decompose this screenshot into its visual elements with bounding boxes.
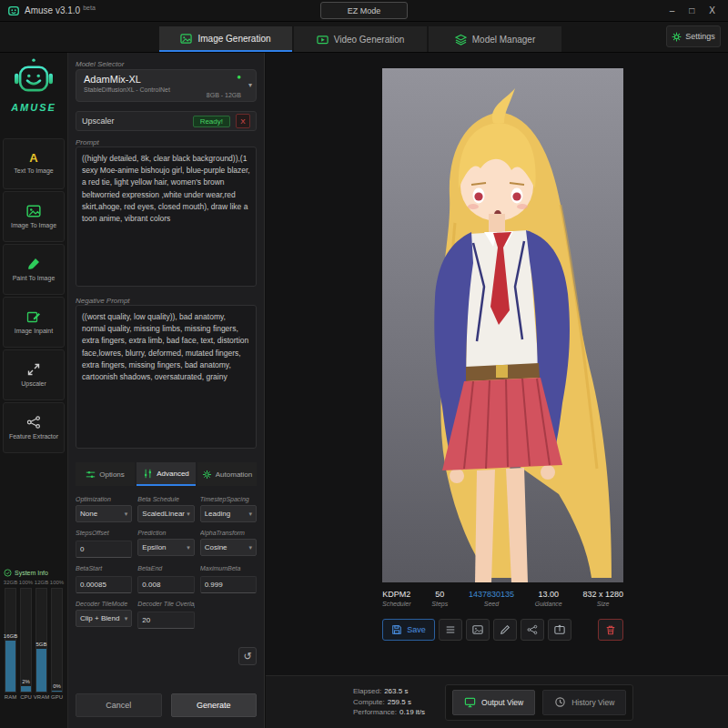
top-navigation: Image Generation Video Generation Model … — [0, 22, 728, 53]
vram-meter: 12GB 5GB VRAM — [35, 580, 48, 702]
upscaler-row: Upscaler Ready! X — [76, 111, 257, 131]
settings-tabs: Options Advanced Automation — [76, 462, 257, 486]
upscaler-dropdown[interactable]: Upscaler — [82, 116, 187, 126]
prompt-label: Prompt — [76, 138, 257, 147]
generation-panel: Model Selector AdamMix-XL StableDiffusio… — [68, 53, 265, 728]
meter-fill — [5, 641, 15, 693]
tab-automation[interactable]: Automation — [197, 462, 257, 486]
history-view-button[interactable]: History View — [542, 690, 626, 715]
prompt-textarea[interactable]: ((highly detailed, 8k, clear black backg… — [76, 147, 257, 287]
meter-fill — [21, 686, 31, 692]
timestep-spacing-select[interactable]: Leading ▾ — [200, 505, 257, 522]
video-icon — [317, 34, 329, 46]
meter-value: 0% — [48, 683, 66, 689]
details-button[interactable] — [439, 619, 462, 641]
seed-link[interactable]: 1437830135 — [469, 590, 514, 599]
tab-label: Model Manager — [472, 35, 535, 45]
image-to-image-button[interactable] — [466, 619, 490, 641]
steps-offset-input[interactable] — [76, 541, 132, 558]
upscale-arrows-icon — [26, 362, 41, 377]
chevron-down-icon: ▾ — [187, 544, 190, 551]
automation-gear-icon — [202, 470, 212, 480]
chevron-down-icon: ▾ — [248, 544, 252, 551]
delete-button[interactable] — [598, 619, 623, 641]
prediction-select[interactable]: Epsilon ▾ — [137, 539, 194, 556]
output-view-button[interactable]: Output View — [452, 690, 535, 715]
sidebar-item-paint-to-image[interactable]: Paint To Image — [3, 244, 65, 295]
generated-image[interactable] — [382, 68, 623, 582]
sliders-icon — [86, 470, 96, 480]
close-button[interactable]: X — [709, 5, 715, 15]
export-image-button[interactable] — [548, 619, 571, 641]
tab-options[interactable]: Options — [76, 462, 135, 486]
output-area: KDPM2 Scheduler 50 Steps 1437830135 Seed… — [266, 53, 728, 675]
beta-schedule-select[interactable]: ScaledLinear ▾ — [137, 505, 194, 522]
optimization-select[interactable]: None ▾ — [76, 505, 132, 522]
reset-settings-button[interactable]: ↺ — [238, 647, 257, 665]
anime-girl-artwork — [382, 68, 623, 582]
tab-video-generation[interactable]: Video Generation — [294, 26, 427, 52]
check-circle-icon — [4, 569, 12, 577]
text-to-image-icon: A — [29, 152, 37, 164]
performance-stat: Performance:0.19 it/s — [353, 708, 425, 717]
image-icon — [472, 624, 483, 635]
workflow-button[interactable] — [521, 619, 544, 641]
elapsed-stat: Elapsed:263.5 s — [353, 687, 425, 696]
sidebar-item-image-inpaint[interactable]: Image Inpaint — [3, 297, 65, 348]
decoder-tile-mode-select[interactable]: Clip + Blend ▾ — [76, 610, 132, 627]
advanced-fields: Optimization None ▾ Beta Schedule Scaled… — [76, 496, 257, 629]
tab-advanced[interactable]: Advanced — [136, 462, 196, 486]
paint-brush-icon — [26, 257, 41, 271]
titlebar: Amuse v3.1.0 beta EZ Mode – □ X — [0, 0, 728, 22]
seed-info: 1437830135 Seed — [469, 590, 514, 607]
sidebar-item-upscaler[interactable]: Upscaler — [3, 349, 65, 400]
gear-icon — [672, 32, 682, 42]
feature-nodes-icon — [26, 415, 41, 430]
chevron-down-icon: ▾ — [187, 511, 190, 518]
decoder-tile-overlap-input[interactable] — [137, 612, 194, 629]
chevron-down-icon: ▾ — [125, 511, 128, 518]
beta-end-input[interactable] — [137, 576, 194, 593]
gpu-meter: 100% 0% GPU — [50, 580, 64, 702]
meter-value: 2% — [17, 679, 35, 684]
brand-wordmark: AMUSE — [11, 102, 56, 113]
chevron-down-icon: ▾ — [248, 511, 252, 518]
size-info: 832 x 1280 Size — [582, 590, 623, 607]
minimize-button[interactable]: – — [670, 5, 675, 15]
view-switcher: Output View History View — [445, 684, 633, 721]
settings-button[interactable]: Settings — [666, 25, 721, 47]
edit-image-button[interactable] — [493, 619, 517, 641]
chevron-down-icon: ▾ — [125, 615, 128, 622]
tab-model-manager[interactable]: Model Manager — [429, 26, 561, 52]
system-info-title: System Info — [15, 570, 48, 576]
scheduler-info: KDPM2 Scheduler — [382, 590, 411, 607]
negative-prompt-textarea[interactable]: ((worst quality, low quality)), bad anat… — [76, 305, 257, 449]
alpha-transform-select[interactable]: Cosine ▾ — [200, 539, 257, 556]
meter-fill — [52, 691, 62, 692]
pencil-icon — [500, 624, 511, 635]
system-info: System Info 32GB 16GB RAM 100% 2% CPU 12… — [4, 569, 64, 723]
sidebar-item-feature-extractor[interactable]: Feature Extractor — [3, 402, 65, 453]
monitor-icon — [464, 696, 476, 708]
model-selector-dropdown[interactable]: AdamMix-XL StableDiffusionXL - ControlNe… — [76, 69, 257, 102]
layers-icon — [455, 34, 467, 46]
tab-label: Image Generation — [197, 34, 270, 44]
beta-start-input[interactable] — [76, 576, 132, 593]
maximize-button[interactable]: □ — [689, 5, 694, 15]
cpu-meter: 100% 2% CPU — [19, 580, 33, 702]
tab-image-generation[interactable]: Image Generation — [159, 26, 292, 52]
sidebar-item-image-to-image[interactable]: Image To Image — [3, 191, 65, 242]
upscaler-clear-button[interactable]: X — [236, 114, 250, 128]
ram-meter: 32GB 16GB RAM — [4, 580, 17, 702]
maximum-beta-input[interactable] — [200, 576, 257, 593]
model-size: 8GB - 12GB — [207, 92, 241, 98]
generate-button[interactable]: Generate — [171, 693, 258, 717]
window-controls: – □ X — [670, 5, 721, 15]
negative-prompt-label: Negative Prompt — [76, 297, 257, 305]
save-button[interactable]: Save — [382, 619, 435, 641]
meter-fill — [36, 649, 46, 692]
guidance-info: 13.00 Guidance — [535, 590, 562, 607]
cancel-button[interactable]: Cancel — [76, 693, 162, 717]
ez-mode-button[interactable]: EZ Mode — [320, 2, 408, 19]
sidebar-item-text-to-image[interactable]: A Text To Image — [3, 138, 65, 189]
